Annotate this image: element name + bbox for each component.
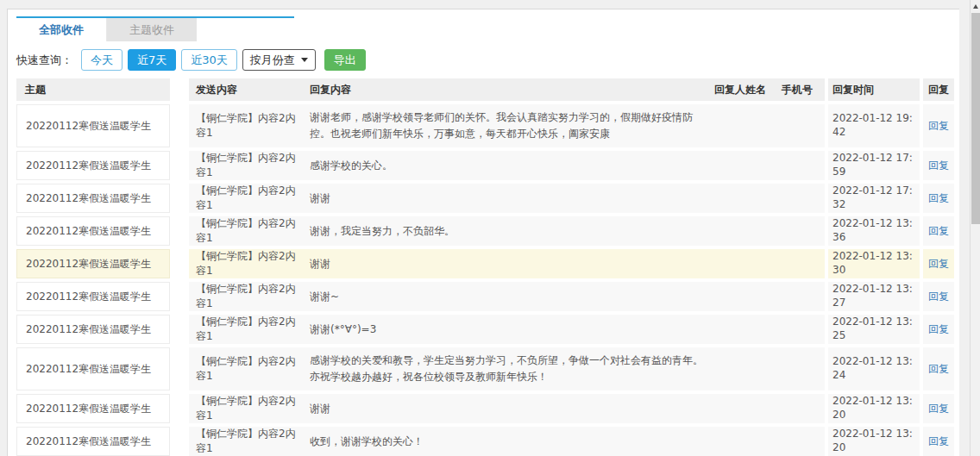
cell-phone (782, 151, 825, 180)
header-subject: 主题 (16, 78, 170, 101)
cell-reply-time: 2022-01-12 17:32 (828, 184, 920, 213)
cell-reply-content: 感谢学校的关心。 (303, 151, 714, 180)
cell-subject: 20220112寒假送温暖学生 (16, 347, 170, 390)
cell-main-group: 【铜仁学院】内容2内容1 感谢学校的关爱和教导，学生定当努力学习，不负所望，争做… (189, 347, 825, 390)
cell-send-content: 【铜仁学院】内容2内容1 (189, 347, 303, 390)
cell-send-content: 【铜仁学院】内容2内容1 (189, 184, 303, 213)
cell-reply-content: 谢谢 (303, 184, 714, 213)
reply-link[interactable]: 回复 (928, 224, 949, 239)
cell-main-group: 【铜仁学院】内容2内容1 谢谢 (189, 184, 825, 213)
reply-link[interactable]: 回复 (928, 257, 949, 272)
cell-reply-action: 回复 (923, 249, 954, 278)
reply-link[interactable]: 回复 (928, 191, 949, 206)
cell-phone (782, 184, 825, 213)
cell-reply-action: 回复 (923, 104, 954, 147)
cell-reply-content: 谢谢 (303, 394, 714, 423)
header-send-content: 发送内容 (189, 78, 303, 101)
cell-reply-action: 回复 (923, 394, 954, 423)
cell-phone (782, 394, 825, 423)
header-reply-time: 回复时间 (828, 78, 920, 101)
cell-main-group: 【铜仁学院】内容2内容1 谢谢，我定当努力，不负韶华。 (189, 216, 825, 246)
cell-subject: 20220112寒假送温暖学生 (16, 249, 170, 278)
cell-replier-name (714, 216, 782, 246)
cell-reply-content: 谢谢，我定当努力，不负韶华。 (303, 216, 714, 246)
cell-send-content: 【铜仁学院】内容2内容1 (189, 394, 303, 423)
cell-main-group: 【铜仁学院】内容2内容1 谢谢(*°∀°)=3 (189, 315, 825, 344)
reply-link[interactable]: 回复 (928, 159, 949, 173)
cell-reply-time: 2022-01-12 13:36 (828, 216, 920, 246)
cell-replier-name (714, 347, 782, 390)
cell-send-content: 【铜仁学院】内容2内容1 (189, 315, 303, 344)
cell-send-content: 【铜仁学院】内容2内容1 (189, 151, 303, 180)
scrollbar-thumb[interactable] (971, 13, 980, 224)
cell-phone (782, 427, 825, 456)
table-row: 20220112寒假送温暖学生 【铜仁学院】内容2内容1 谢谢 2022-01-… (16, 249, 954, 278)
reply-link[interactable]: 回复 (928, 119, 949, 134)
cell-subject: 20220112寒假送温暖学生 (16, 104, 170, 147)
header-phone: 手机号 (782, 78, 825, 101)
cell-main-group: 【铜仁学院】内容2内容1 收到，谢谢学校的关心！ (189, 427, 825, 456)
tab-bar: 全部收件 主题收件 (16, 16, 294, 41)
cell-reply-time: 2022-01-12 17:59 (828, 151, 920, 180)
month-select[interactable]: 按月份查 (242, 49, 316, 71)
cell-reply-content: 谢谢(*°∀°)=3 (303, 315, 714, 344)
header-replier-name: 回复人姓名 (714, 78, 782, 101)
cell-replier-name (714, 282, 782, 311)
cell-subject: 20220112寒假送温暖学生 (16, 427, 170, 456)
reply-link[interactable]: 回复 (928, 290, 949, 304)
cell-reply-content: 收到，谢谢学校的关心！ (303, 427, 714, 456)
cell-phone (782, 282, 825, 311)
table-row: 20220112寒假送温暖学生 【铜仁学院】内容2内容1 谢谢老师，感谢学校领导… (16, 104, 954, 147)
cell-send-content: 【铜仁学院】内容2内容1 (189, 216, 303, 246)
tab-all-inbox[interactable]: 全部收件 (16, 18, 107, 41)
reply-link[interactable]: 回复 (928, 402, 949, 416)
cell-subject: 20220112寒假送温暖学生 (16, 216, 170, 246)
cell-replier-name (714, 104, 782, 147)
cell-replier-name (714, 315, 782, 344)
cell-subject: 20220112寒假送温暖学生 (16, 315, 170, 344)
scroll-up-arrow-icon[interactable] (971, 0, 980, 12)
cell-reply-action: 回复 (923, 216, 954, 246)
reply-link[interactable]: 回复 (928, 434, 949, 449)
cell-reply-time: 2022-01-12 13:20 (828, 394, 920, 423)
cell-main-group: 【铜仁学院】内容2内容1 谢谢 (189, 249, 825, 278)
cell-phone (782, 216, 825, 246)
cell-subject: 20220112寒假送温暖学生 (16, 282, 170, 311)
cell-phone (782, 347, 825, 390)
filter-last7days-button[interactable]: 近7天 (128, 49, 176, 71)
cell-reply-time: 2022-01-12 13:20 (828, 427, 920, 456)
cell-send-content: 【铜仁学院】内容2内容1 (189, 282, 303, 311)
tab-subject-inbox[interactable]: 主题收件 (107, 18, 197, 41)
cell-send-content: 【铜仁学院】内容2内容1 (189, 104, 303, 147)
cell-replier-name (714, 394, 782, 423)
reply-link[interactable]: 回复 (928, 322, 949, 337)
filter-last30days-button[interactable]: 近30天 (181, 49, 237, 71)
cell-reply-time: 2022-01-12 13:25 (828, 315, 920, 344)
filter-today-button[interactable]: 今天 (81, 49, 122, 71)
cell-replier-name (714, 427, 782, 456)
header-reply-action: 回复 (923, 78, 954, 101)
cell-replier-name (714, 184, 782, 213)
cell-reply-time: 2022-01-12 19:42 (828, 104, 920, 147)
cell-replier-name (714, 249, 782, 278)
table-row: 20220112寒假送温暖学生 【铜仁学院】内容2内容1 感谢学校的关心。 20… (16, 151, 954, 180)
cell-phone (782, 315, 825, 344)
cell-reply-action: 回复 (923, 184, 954, 213)
export-button[interactable]: 导出 (324, 49, 366, 71)
cell-replier-name (714, 151, 782, 180)
table-row: 20220112寒假送温暖学生 【铜仁学院】内容2内容1 谢谢 2022-01-… (16, 184, 954, 213)
month-select-value: 按月份查 (250, 50, 295, 70)
quick-query-label: 快速查询： (16, 53, 72, 68)
cell-subject: 20220112寒假送温暖学生 (16, 394, 170, 423)
chevron-down-icon (301, 58, 308, 62)
cell-phone (782, 249, 825, 278)
cell-reply-content: 谢谢 (303, 249, 714, 278)
vertical-scrollbar[interactable] (970, 0, 980, 456)
cell-reply-action: 回复 (923, 315, 954, 344)
cell-subject: 20220112寒假送温暖学生 (16, 151, 170, 180)
table-row: 20220112寒假送温暖学生 【铜仁学院】内容2内容1 谢谢~ 2022-01… (16, 282, 954, 311)
cell-subject: 20220112寒假送温暖学生 (16, 184, 170, 213)
header-main-group: 发送内容 回复内容 回复人姓名 手机号 (189, 78, 825, 101)
cell-reply-time: 2022-01-12 13:30 (828, 249, 920, 278)
reply-link[interactable]: 回复 (928, 362, 949, 377)
